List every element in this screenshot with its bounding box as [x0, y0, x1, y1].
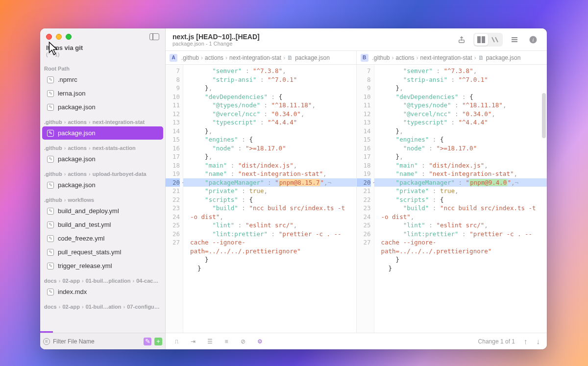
file-item[interactable]: ✎code_freeze.yml [42, 232, 163, 245]
prev-change-button[interactable]: ↑ [524, 337, 528, 345]
list-icon[interactable] [508, 34, 521, 46]
file-item[interactable]: ✎pull_request_stats.yml [42, 245, 163, 259]
modified-badge-icon: ✎ [47, 90, 54, 97]
code-line[interactable]: "semver" : "^7.3.8", [381, 67, 543, 75]
tag-edit-icon[interactable]: ✎ [144, 338, 151, 345]
next-change-button[interactable]: ↓ [537, 337, 540, 345]
code-b[interactable]: "semver" : "^7.3.8", "strip-ansi" : "^7.… [374, 65, 547, 333]
tag-add-icon[interactable]: + [154, 338, 162, 345]
code-line[interactable]: "@types/node" : "^18.11.18", [381, 101, 543, 110]
code-line[interactable]: "strip-ansi" : "^7.0.1" [190, 75, 352, 84]
code-line[interactable]: }, [381, 152, 543, 161]
close-window-button[interactable] [46, 34, 52, 40]
code-line[interactable]: "@vercel/ncc" : "0.34.0", [381, 110, 543, 119]
document-title: next.js [HEAD~10]..[HEAD] [172, 33, 450, 41]
code-line[interactable]: }, [381, 127, 543, 136]
code-line[interactable]: }, [190, 84, 352, 93]
file-item[interactable]: ✎trigger_release.yml [42, 259, 163, 272]
file-item[interactable]: ✎lerna.json [42, 87, 163, 100]
zoom-window-button[interactable] [66, 34, 72, 40]
code-line[interactable]: "name" : "next-integration-stat", [190, 170, 352, 178]
footer-tool-5-icon[interactable]: ⊘ [239, 338, 247, 345]
crumb-segment: next-integration-stat [420, 54, 472, 61]
file-icon: 🗎 [478, 54, 484, 61]
code-line[interactable]: "lint:prettier" : "prettier -c . --cache… [190, 230, 352, 256]
code-line[interactable]: } [381, 264, 543, 273]
main-area: next.js [HEAD~10]..[HEAD] package.json -… [166, 28, 547, 349]
file-item[interactable]: ✎package.json [42, 178, 163, 192]
code-line[interactable]: "scripts" : { [381, 195, 543, 204]
footer-tool-3-icon[interactable]: ☰ [206, 338, 214, 345]
code-line[interactable]: "lint" : "eslint src/", [381, 221, 543, 230]
unified-view-button[interactable] [488, 34, 502, 46]
code-line[interactable]: "name" : "next-integration-stat", [381, 170, 543, 178]
file-item[interactable]: ✎.npmrc [42, 73, 163, 86]
breadcrumb-a[interactable]: A.github › actions › next-integration-st… [166, 51, 357, 64]
crumb-segment: actions [205, 54, 223, 61]
code-line[interactable]: "strip-ansi" : "^7.0.1" [381, 75, 543, 84]
footer-gear-icon[interactable]: ⚙ [256, 338, 264, 345]
code-line[interactable]: "engines" : { [190, 135, 352, 144]
code-line[interactable]: "devDependencies" : { [190, 93, 352, 101]
side-by-side-view-button[interactable] [474, 34, 488, 46]
footer-tool-1-icon[interactable]: ⎍ [172, 338, 180, 345]
minimize-window-button[interactable] [56, 34, 62, 40]
code-line[interactable]: "typescript" : "^4.4.4" [190, 118, 352, 127]
file-label: .npmrc [58, 76, 77, 83]
code-line[interactable]: } [381, 255, 543, 264]
code-line[interactable]: "scripts" : { [190, 195, 352, 204]
code-line[interactable]: "engines" : { [381, 135, 543, 144]
code-line[interactable]: "main" : "dist/index.js", [190, 161, 352, 170]
section-heading: .github › actions › next-stats-action [40, 140, 165, 152]
crumb-segment: .github [181, 54, 199, 61]
code-line[interactable]: "@types/node" : "^18.11.18", [190, 101, 352, 110]
file-label: build_and_test.yml [58, 221, 111, 228]
share-icon[interactable] [455, 34, 468, 46]
code-line[interactable]: "semver" : "^7.3.8", [190, 67, 352, 75]
code-line[interactable]: "main" : "dist/index.js", [381, 161, 543, 170]
file-list[interactable]: Root Path✎.npmrc✎lerna.json✎package.json… [40, 61, 165, 333]
code-line[interactable]: "build" : "ncc build src/index.ts -t -o … [381, 204, 543, 221]
file-icon: 🗎 [287, 54, 293, 61]
file-item[interactable]: ✎build_and_deploy.yml [42, 204, 163, 218]
section-heading: docs › 02-app › 01-buil…plication › 04-c… [40, 273, 165, 285]
code-line[interactable]: "packageManager" : "pnpm@8.15.7",¬ [183, 178, 356, 187]
toggle-sidebar-icon[interactable] [149, 33, 159, 40]
code-line[interactable]: "private" : true, [190, 187, 352, 195]
file-item[interactable]: ✎package.json [42, 126, 163, 140]
modified-badge-icon: ✎ [47, 182, 54, 189]
window-controls [40, 28, 165, 41]
code-line[interactable]: "lint" : "eslint src/", [190, 221, 352, 230]
breadcrumb-b[interactable]: B.github › actions › next-integration-st… [357, 51, 547, 64]
footer-tool-2-icon[interactable]: ⇥ [189, 338, 197, 345]
footer: ⎍ ⇥ ☰ ≡ ⊘ ⚙ Change 1 of 1 ↑ ↓ [166, 333, 547, 349]
filter-input[interactable] [53, 338, 141, 345]
code-line[interactable]: "typescript" : "^4.4.4" [381, 118, 543, 127]
code-line[interactable]: } [190, 264, 352, 273]
code-line[interactable]: "node" : ">=18.17.0" [190, 144, 352, 153]
code-line[interactable]: }, [190, 127, 352, 136]
modified-badge-icon: ✎ [47, 76, 54, 83]
code-line[interactable]: "lint:prettier" : "prettier -c . --cache… [381, 230, 543, 256]
code-line[interactable]: "@vercel/ncc" : "0.34.0", [190, 110, 352, 119]
file-item[interactable]: ✎index.mdx [42, 285, 163, 298]
file-item[interactable]: ✎package.json [42, 100, 163, 114]
code-line[interactable]: "private" : true, [381, 187, 543, 195]
code-line[interactable]: "build" : "ncc build src/index.ts -t -o … [190, 204, 352, 221]
code-a[interactable]: "semver" : "^7.3.8", "strip-ansi" : "^7.… [183, 65, 356, 333]
modified-badge-icon: ✎ [47, 289, 54, 295]
file-item[interactable]: ✎build_and_test.yml [42, 218, 163, 231]
sidebar-subheading: (⋯ 1) [40, 51, 165, 61]
info-icon[interactable]: i [526, 34, 540, 46]
footer-tool-4-icon[interactable]: ≡ [222, 338, 230, 345]
crumb-segment: package.json [486, 54, 521, 61]
code-line[interactable]: } [190, 255, 352, 264]
scrollbar[interactable] [542, 93, 546, 138]
code-line[interactable]: "packageManager" : "pnpm@9.4.0",¬ [374, 178, 547, 187]
code-line[interactable]: }, [190, 152, 352, 161]
code-line[interactable]: "node" : ">=18.17.0" [381, 144, 543, 153]
filter-icon[interactable]: ≡ [43, 338, 50, 345]
file-item[interactable]: ✎package.json [42, 152, 163, 166]
code-line[interactable]: "devDependencies" : { [381, 93, 543, 101]
code-line[interactable]: }, [381, 84, 543, 93]
